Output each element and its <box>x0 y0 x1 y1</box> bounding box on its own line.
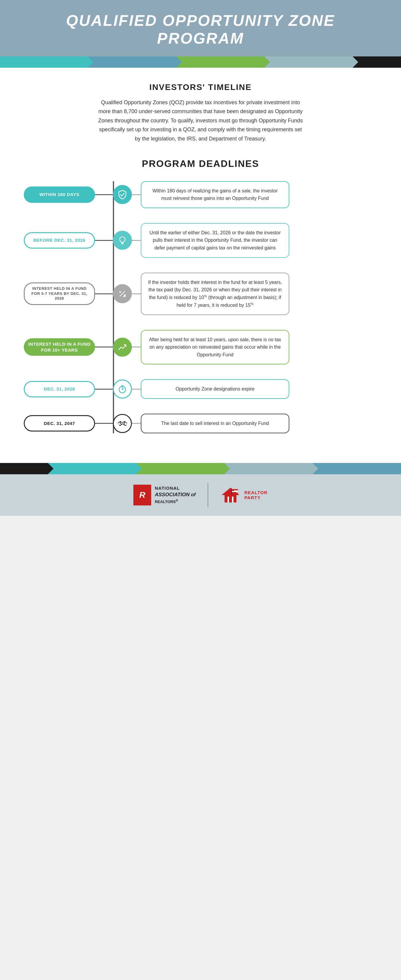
page-title: QUALIFIED OPPORTUNITY ZONE PROGRAM <box>24 12 377 48</box>
arrow-segment-2 <box>88 56 177 68</box>
icon-shield <box>113 185 132 204</box>
top-arrow-bar <box>0 56 401 68</box>
svg-rect-12 <box>229 496 232 503</box>
footer-arrow-3 <box>136 463 224 474</box>
desc-180-days: Within 180 days of realizing the gains o… <box>141 181 289 208</box>
desc-dec-2026: Until the earlier of either Dec. 31, 202… <box>141 223 289 258</box>
icon-chart-up <box>113 338 132 357</box>
footer-arrow-5 <box>313 463 401 474</box>
arrow-segment-1 <box>0 56 88 68</box>
connector-4 <box>95 347 113 347</box>
logo-divider <box>208 483 208 507</box>
program-deadlines-section: PROGRAM DEADLINES WITHIN 180 DAYS Within <box>24 158 377 433</box>
nar-text: NATIONAL ASSOCIATION of REALTORS® <box>155 485 196 504</box>
timeline-item-2028: DEC. 31, 2028 Opportunity Zone designati… <box>24 379 377 399</box>
timeline-item-2047: DEC. 31, 2047 The last date to sell inte… <box>24 414 377 433</box>
nar-logo: R NATIONAL ASSOCIATION of REALTORS® <box>134 485 196 506</box>
investors-timeline-section: INVESTORS' TIMELINE Qualified Opportunit… <box>24 83 377 143</box>
timeline-item-5-7-years: INTEREST HELD IN A FUND FOR 5-7 YEARS BY… <box>24 273 377 315</box>
footer-arrow-2 <box>48 463 136 474</box>
rp-text: REALTOR PARTY <box>245 490 267 500</box>
icon-bulb <box>113 231 132 250</box>
timeline-item-10-years: INTEREST HELD IN A FUND FOR 10+ YEARS Af… <box>24 330 377 365</box>
footer-arrow-1 <box>0 463 48 474</box>
label-5-7-years: INTEREST HELD IN A FUND FOR 5-7 YEARS BY… <box>24 282 95 305</box>
arrow-segment-3 <box>177 56 265 68</box>
timeline-item-180-days: WITHIN 180 DAYS Within 180 days of reali… <box>24 181 377 208</box>
desc-connector-2 <box>132 240 141 241</box>
desc-connector-1 <box>132 194 141 195</box>
icon-handshake <box>113 414 132 433</box>
connector-1 <box>95 194 113 195</box>
label-10-years: INTEREST HELD IN A FUND FOR 10+ YEARS <box>24 338 95 356</box>
footer-arrow-bar <box>0 463 401 474</box>
realtor-party-logo: REALTOR PARTY <box>220 486 267 504</box>
arrow-segment-4 <box>265 56 353 68</box>
svg-rect-16 <box>231 488 232 495</box>
nar-emblem: R <box>134 485 151 506</box>
desc-connector-6 <box>132 423 141 424</box>
connector-3 <box>95 293 113 294</box>
desc-5-7-years: If the investor holds their interest in … <box>141 273 289 315</box>
svg-rect-14 <box>232 491 238 492</box>
intro-paragraph: Qualified Opportunity Zones (QOZ) provid… <box>97 98 304 143</box>
label-dec-2026: BEFORE DEC. 31, 2026 <box>24 232 95 248</box>
arrow-segment-5 <box>353 56 401 68</box>
svg-rect-15 <box>232 493 238 494</box>
svg-rect-2 <box>119 291 121 293</box>
label-2028: DEC. 31, 2028 <box>24 381 95 397</box>
desc-connector-4 <box>132 347 141 347</box>
footer-arrow-4 <box>224 463 313 474</box>
main-content: INVESTORS' TIMELINE Qualified Opportunit… <box>0 68 401 463</box>
connector-5 <box>95 389 113 390</box>
label-2047: DEC. 31, 2047 <box>24 415 95 431</box>
footer-logos: R NATIONAL ASSOCIATION of REALTORS® REAL… <box>0 474 401 516</box>
connector-6 <box>95 423 113 424</box>
timeline-item-dec-2026: BEFORE DEC. 31, 2026 Until the earlier o… <box>24 223 377 258</box>
page-header: QUALIFIED OPPORTUNITY ZONE PROGRAM <box>0 0 401 56</box>
desc-2028: Opportunity Zone designations expire <box>141 379 289 399</box>
investors-timeline-title: INVESTORS' TIMELINE <box>24 83 377 92</box>
connector-2 <box>95 240 113 241</box>
svg-rect-13 <box>232 489 238 490</box>
timeline: WITHIN 180 DAYS Within 180 days of reali… <box>24 181 377 433</box>
desc-connector-3 <box>132 293 141 294</box>
desc-connector-5 <box>132 389 141 390</box>
rp-emblem-svg <box>220 486 241 504</box>
desc-2047: The last date to sell interest in an Opp… <box>141 414 289 433</box>
label-180-days: WITHIN 180 DAYS <box>24 186 95 203</box>
deadlines-title: PROGRAM DEADLINES <box>24 158 377 169</box>
desc-10-years: After being held for at least 10 years, … <box>141 330 289 365</box>
icon-percent-down <box>113 284 132 303</box>
icon-stopwatch <box>113 380 132 399</box>
